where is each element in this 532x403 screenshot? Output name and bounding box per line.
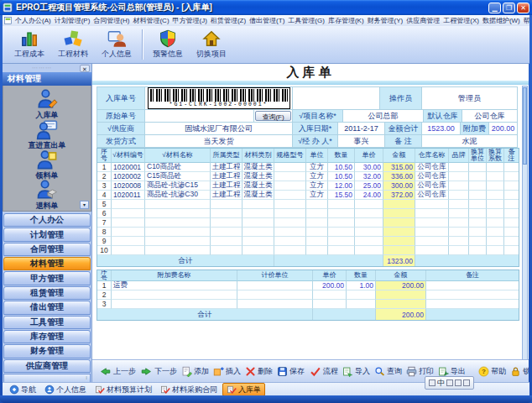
sidebar-panel-4[interactable]: 甲方管理: [3, 271, 91, 285]
menu-item-0[interactable]: 个人办公(A): [13, 16, 53, 25]
action-button-删除[interactable]: 删除: [243, 364, 274, 380]
table-cell[interactable]: [449, 172, 469, 181]
action-button-上一步[interactable]: 上一步: [97, 364, 138, 380]
table-cell[interactable]: C15商品砼: [145, 172, 211, 181]
table-cell[interactable]: [211, 209, 243, 218]
table-cell[interactable]: 200.00: [313, 281, 347, 290]
table-cell[interactable]: [306, 237, 328, 246]
table-cell[interactable]: 4: [97, 191, 112, 200]
table-cell[interactable]: 15.50: [328, 191, 355, 200]
table-cell[interactable]: 10.50: [328, 172, 355, 181]
table-cell[interactable]: 商品砼-抗渗C15: [145, 181, 211, 191]
table-cell[interactable]: [504, 200, 519, 209]
table-cell[interactable]: 336.00: [383, 172, 415, 181]
action-button-导入[interactable]: 导入: [341, 364, 372, 380]
table-cell[interactable]: [426, 300, 519, 309]
table-cell[interactable]: [383, 218, 415, 228]
table-cell[interactable]: [112, 218, 145, 228]
table-cell[interactable]: [469, 228, 487, 237]
table-cell[interactable]: [274, 228, 306, 237]
table-cell[interactable]: [469, 237, 487, 246]
status-item-1[interactable]: 个人信息: [41, 384, 90, 395]
sidebar-close-icon[interactable]: ✕: [80, 65, 90, 72]
table-cell[interactable]: [449, 218, 469, 228]
table-cell[interactable]: [504, 246, 519, 255]
table-cell[interactable]: [306, 218, 328, 228]
table-cell[interactable]: [504, 218, 519, 228]
sidebar-panel-7[interactable]: 工具管理: [3, 316, 91, 329]
table-cell[interactable]: [376, 290, 426, 300]
table-cell[interactable]: 混凝土类: [243, 191, 274, 200]
table-cell[interactable]: [274, 209, 306, 218]
sidebar-panel-0[interactable]: 个人办公: [3, 213, 91, 227]
table-cell[interactable]: [328, 209, 355, 218]
menu-item-9[interactable]: 财务管理(Y): [366, 16, 405, 25]
table-cell[interactable]: [112, 237, 145, 246]
table-cell[interactable]: 3: [97, 181, 112, 191]
table-cell[interactable]: [487, 246, 504, 255]
sidebar-item-0[interactable]: 入库单: [9, 89, 85, 119]
table-cell[interactable]: [243, 200, 274, 209]
handler-value[interactable]: 事兴: [338, 135, 385, 148]
table-cell[interactable]: [145, 246, 211, 255]
table-cell[interactable]: [449, 246, 469, 255]
table-cell[interactable]: [274, 200, 306, 209]
table-cell[interactable]: 1.00: [347, 281, 376, 290]
table-cell[interactable]: [469, 181, 487, 191]
table-cell[interactable]: [243, 246, 274, 255]
action-button-查询[interactable]: 查询: [373, 364, 404, 380]
table-cell[interactable]: 立方: [306, 163, 328, 172]
status-item-4[interactable]: 入库单: [222, 383, 265, 396]
menu-item-7[interactable]: 工具管理(G): [286, 16, 326, 25]
table-cell[interactable]: 公司仓库: [415, 181, 449, 191]
table-cell[interactable]: [487, 181, 504, 191]
table-cell[interactable]: [426, 290, 519, 300]
table-cell[interactable]: [355, 209, 383, 218]
table-cell[interactable]: 运费: [112, 281, 237, 290]
table-cell[interactable]: [306, 228, 328, 237]
table-cell[interactable]: 9: [97, 237, 112, 246]
table-cell[interactable]: 1020011: [112, 191, 145, 200]
table-cell[interactable]: 1020002: [112, 172, 145, 181]
table-cell[interactable]: [469, 172, 487, 181]
table-cell[interactable]: 立方: [306, 181, 328, 191]
table-cell[interactable]: 1020001: [112, 163, 145, 172]
table-cell[interactable]: 公司仓库: [415, 191, 449, 200]
table-cell[interactable]: [487, 191, 504, 200]
table-cell[interactable]: [449, 200, 469, 209]
table-cell[interactable]: 12.00: [328, 181, 355, 191]
table-cell[interactable]: 混凝土类: [243, 163, 274, 172]
table-cell[interactable]: [504, 237, 519, 246]
table-cell[interactable]: [469, 200, 487, 209]
table-cell[interactable]: [504, 228, 519, 237]
sidebar-panel-5[interactable]: 租赁管理: [3, 286, 91, 300]
table-cell[interactable]: [504, 163, 519, 172]
table-cell[interactable]: [487, 172, 504, 181]
table-cell[interactable]: [211, 218, 243, 228]
table-cell[interactable]: 立方: [306, 172, 328, 181]
table-cell[interactable]: [112, 300, 237, 309]
ime-bar[interactable]: 中: [425, 376, 474, 390]
table-cell[interactable]: 混凝土类: [243, 172, 274, 181]
action-button-流程[interactable]: 流程: [307, 364, 340, 380]
table-cell[interactable]: [415, 200, 449, 209]
menu-item-2[interactable]: 合同管理(H): [91, 16, 131, 25]
table-cell[interactable]: 8: [97, 228, 112, 237]
table-cell[interactable]: [313, 290, 347, 300]
menu-item-8[interactable]: 库存管理(K): [326, 16, 366, 25]
table-cell[interactable]: [383, 200, 415, 209]
sidebar-panel-1[interactable]: 计划管理: [3, 228, 91, 241]
table-cell[interactable]: [355, 218, 383, 228]
table-cell[interactable]: [211, 200, 243, 209]
status-item-0[interactable]: 导航: [6, 384, 39, 395]
table-cell[interactable]: [211, 237, 243, 246]
menu-item-11[interactable]: 工程管理(X): [441, 16, 481, 25]
table-cell[interactable]: [449, 191, 469, 200]
table-cell[interactable]: [243, 237, 274, 246]
date-value[interactable]: 2011-2-17: [338, 123, 385, 135]
table-cell[interactable]: [383, 228, 415, 237]
table-cell[interactable]: 1: [97, 163, 112, 172]
ime-keyboard-icon[interactable]: [429, 379, 436, 386]
table-cell[interactable]: 32.00: [355, 172, 383, 181]
table-cell[interactable]: [243, 209, 274, 218]
